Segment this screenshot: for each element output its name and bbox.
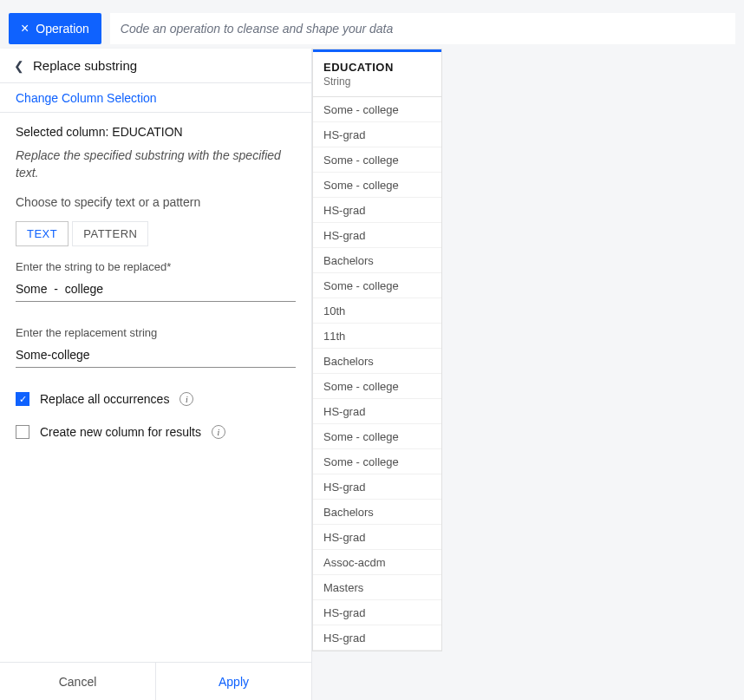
data-cell[interactable]: HS-grad xyxy=(313,600,441,625)
replace-string-label: Enter the string to be replaced* xyxy=(16,260,296,273)
operation-description: Replace the specified substring with the… xyxy=(16,147,296,181)
data-cell[interactable]: HS-grad xyxy=(313,399,441,424)
replacement-string-input[interactable] xyxy=(16,344,296,368)
panel-title: Replace substring xyxy=(33,58,137,73)
operation-label: Operation xyxy=(36,22,88,36)
data-cell[interactable]: Some - college xyxy=(313,273,441,298)
selected-column-label: Selected column: EDUCATION xyxy=(16,125,296,139)
info-icon[interactable]: i xyxy=(179,392,193,406)
mode-tab-group: TEXT PATTERN xyxy=(16,221,296,246)
data-cell[interactable]: HS-grad xyxy=(313,625,441,651)
data-cell[interactable]: Masters xyxy=(313,575,441,600)
replace-all-row: ✓ Replace all occurrences i xyxy=(16,392,296,406)
info-icon[interactable]: i xyxy=(212,425,225,439)
data-preview-area: EDUCATION String Some - collegeHS-gradSo… xyxy=(312,49,744,700)
new-column-checkbox[interactable] xyxy=(16,425,29,439)
tab-text[interactable]: TEXT xyxy=(16,221,69,246)
data-cell[interactable]: HS-grad xyxy=(313,198,441,223)
data-cell[interactable]: Some - college xyxy=(313,97,441,122)
data-cell[interactable]: Some - college xyxy=(313,173,441,198)
new-column-row: Create new column for results i xyxy=(16,425,296,439)
data-column: EDUCATION String Some - collegeHS-gradSo… xyxy=(312,49,442,651)
data-cell[interactable]: HS-grad xyxy=(313,223,441,248)
data-cell[interactable]: 10th xyxy=(313,298,441,324)
replace-all-checkbox[interactable]: ✓ xyxy=(16,392,29,406)
rows-container: Some - collegeHS-gradSome - collegeSome … xyxy=(313,97,441,651)
panel-body: Selected column: EDUCATION Replace the s… xyxy=(0,113,311,662)
code-placeholder: Code an operation to cleanse and shape y… xyxy=(121,22,393,36)
data-cell[interactable]: HS-grad xyxy=(313,474,441,500)
code-input[interactable]: Code an operation to cleanse and shape y… xyxy=(110,13,735,44)
close-icon[interactable]: × xyxy=(21,22,29,36)
column-type: String xyxy=(323,75,431,88)
panel-header: ❮ Replace substring xyxy=(0,49,311,83)
choose-instruction: Choose to specify text or a pattern xyxy=(16,195,296,209)
data-cell[interactable]: Bachelors xyxy=(313,248,441,273)
data-cell[interactable]: Some - college xyxy=(313,147,441,173)
cancel-button[interactable]: Cancel xyxy=(0,663,156,700)
data-cell[interactable]: HS-grad xyxy=(313,122,441,147)
data-cell[interactable]: HS-grad xyxy=(313,525,441,550)
replace-string-input[interactable] xyxy=(16,278,296,302)
data-cell[interactable]: Bachelors xyxy=(313,349,441,374)
data-cell[interactable]: Bachelors xyxy=(313,500,441,525)
new-column-label: Create new column for results xyxy=(40,425,201,439)
sidebar-panel: ❮ Replace substring Change Column Select… xyxy=(0,49,312,700)
data-cell[interactable]: Some - college xyxy=(313,374,441,399)
replacement-string-label: Enter the replacement string xyxy=(16,326,296,339)
column-name: EDUCATION xyxy=(323,61,431,74)
data-cell[interactable]: 11th xyxy=(313,324,441,349)
apply-button[interactable]: Apply xyxy=(156,663,311,700)
footer-buttons: Cancel Apply xyxy=(0,662,311,700)
tab-pattern[interactable]: PATTERN xyxy=(72,221,148,246)
replace-all-label: Replace all occurrences xyxy=(40,392,169,406)
change-column-selection-link[interactable]: Change Column Selection xyxy=(0,83,311,113)
top-bar: × Operation Code an operation to cleanse… xyxy=(0,0,744,49)
data-cell[interactable]: Some - college xyxy=(313,449,441,474)
back-chevron-icon[interactable]: ❮ xyxy=(14,60,24,72)
operation-pill[interactable]: × Operation xyxy=(9,13,101,44)
data-cell[interactable]: Some - college xyxy=(313,424,441,449)
column-header[interactable]: EDUCATION String xyxy=(313,49,441,97)
data-cell[interactable]: Assoc-acdm xyxy=(313,550,441,575)
